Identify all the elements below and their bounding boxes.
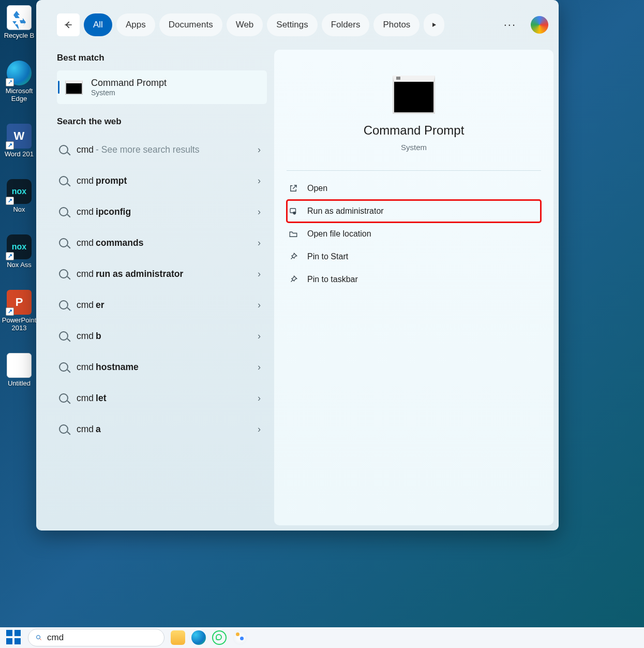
web-result-text: cmder [77,300,104,311]
web-result-text: cmdb [77,331,101,342]
web-result[interactable]: cmd - See more search results› [57,134,267,165]
desktop-icon-nox-assistant[interactable]: nox↗ Nox Ass [3,234,35,269]
filter-documents[interactable]: Documents [159,13,222,36]
action-label: Run as administrator [307,207,384,216]
svg-line-2 [40,639,41,640]
search-web-heading: Search the web [57,116,267,127]
chevron-right-icon: › [258,238,261,248]
action-label: Open file location [307,229,371,239]
search-icon [59,207,68,216]
action-label: Pin to taskbar [307,275,358,284]
web-result-text: cmd - See more search results [77,144,199,155]
web-result[interactable]: cmd ipconfig› [57,196,267,227]
web-result[interactable]: cmdlet› [57,382,267,414]
desktop-icons: Recycle B ↗ Microsoft Edge W↗ Word 201 n… [3,5,35,387]
action-label: Open [307,184,327,193]
search-icon [59,300,68,310]
taskbar-file-explorer[interactable] [171,630,185,645]
web-result[interactable]: cmdb› [57,320,267,351]
action-run-as-administrator[interactable]: Run as administrator [287,200,541,223]
desktop-icon-nox[interactable]: nox↗ Nox [3,179,35,214]
web-result[interactable]: cmd commands› [57,227,267,258]
taskbar-whatsapp[interactable] [212,630,227,645]
details-panel: Command Prompt System OpenRun as adminis… [274,50,553,525]
shortcut-arrow-icon: ↗ [6,78,14,86]
search-icon [59,238,68,247]
web-result[interactable]: cmd run as administrator› [57,258,267,289]
details-subtitle: System [287,143,541,152]
chevron-right-icon: › [258,175,261,186]
search-icon [59,331,68,341]
chevron-right-icon: › [258,144,261,155]
start-search-panel: AllAppsDocumentsWebSettingsFoldersPhotos… [36,0,559,531]
arrow-left-icon [63,20,73,30]
search-icon [36,633,42,642]
start-button[interactable] [6,630,22,645]
web-result[interactable]: cmd prompt› [57,165,267,196]
best-match-heading: Best match [57,53,267,63]
results-column: Best match Command Prompt System Search … [41,50,267,525]
details-title: Command Prompt [287,123,541,138]
taskbar [0,627,644,648]
search-icon [59,269,68,278]
filter-more-arrow[interactable] [424,13,444,36]
filter-settings[interactable]: Settings [267,13,317,36]
best-match-subtitle: System [91,89,167,97]
chevron-right-icon: › [258,331,261,342]
action-pin-to-taskbar[interactable]: Pin to taskbar [287,268,541,291]
filter-web[interactable]: Web [227,13,263,36]
desktop-icon-untitled[interactable]: Untitled [3,353,35,388]
taskbar-search-input[interactable] [47,632,157,643]
desktop-icon-edge[interactable]: ↗ Microsoft Edge [3,61,35,103]
pin-icon [289,252,298,261]
web-result[interactable]: cmda› [57,414,267,445]
filter-photos[interactable]: Photos [373,13,420,36]
folder-icon [289,229,298,239]
search-icon [59,176,68,185]
chevron-right-icon: › [258,300,261,311]
command-prompt-large-icon [393,76,435,114]
desktop-icon-word[interactable]: W↗ Word 201 [3,124,35,158]
recycle-icon [7,6,32,31]
web-result[interactable]: cmder› [57,289,267,320]
svg-point-1 [37,636,40,639]
search-icon [59,424,68,434]
taskbar-app[interactable] [233,630,247,645]
chevron-right-icon: › [258,362,261,373]
action-pin-to-start[interactable]: Pin to Start [287,245,541,268]
copilot-icon[interactable] [531,16,548,34]
taskbar-edge[interactable] [191,630,206,645]
chevron-right-icon: › [258,424,261,435]
filter-apps[interactable]: Apps [116,13,155,36]
desktop-icon-recycle-bin[interactable]: Recycle B [3,5,35,40]
back-button[interactable] [57,13,80,36]
action-open[interactable]: Open [287,177,541,200]
shortcut-arrow-icon: ↗ [6,141,14,150]
search-icon [59,145,68,154]
web-result-text: cmdlet [77,393,107,404]
shortcut-arrow-icon: ↗ [6,197,14,205]
more-options-button[interactable]: ··· [498,18,522,32]
search-icon [59,362,68,372]
shortcut-arrow-icon: ↗ [6,252,14,260]
web-result-text: cmd ipconfig [77,207,131,217]
web-result-text: cmd prompt [77,175,127,186]
open-icon [289,184,298,193]
best-match-result[interactable]: Command Prompt System [57,70,267,104]
action-label: Pin to Start [307,252,348,261]
play-icon [430,21,438,28]
command-prompt-icon [65,80,83,95]
web-result-text: cmd hostname [77,362,139,373]
web-result-text: cmd run as administrator [77,269,183,279]
chevron-right-icon: › [258,393,261,404]
shield-icon [289,207,298,216]
filter-folders[interactable]: Folders [322,13,370,36]
web-result[interactable]: cmd hostname› [57,351,267,382]
desktop-icon-powerpoint[interactable]: P↗ PowerPoint 2013 [3,290,35,332]
taskbar-search[interactable] [28,629,164,646]
web-result-text: cmd commands [77,238,143,248]
chevron-right-icon: › [258,207,261,217]
action-open-file-location[interactable]: Open file location [287,223,541,245]
filter-all[interactable]: All [84,13,112,36]
shortcut-arrow-icon: ↗ [6,307,14,316]
